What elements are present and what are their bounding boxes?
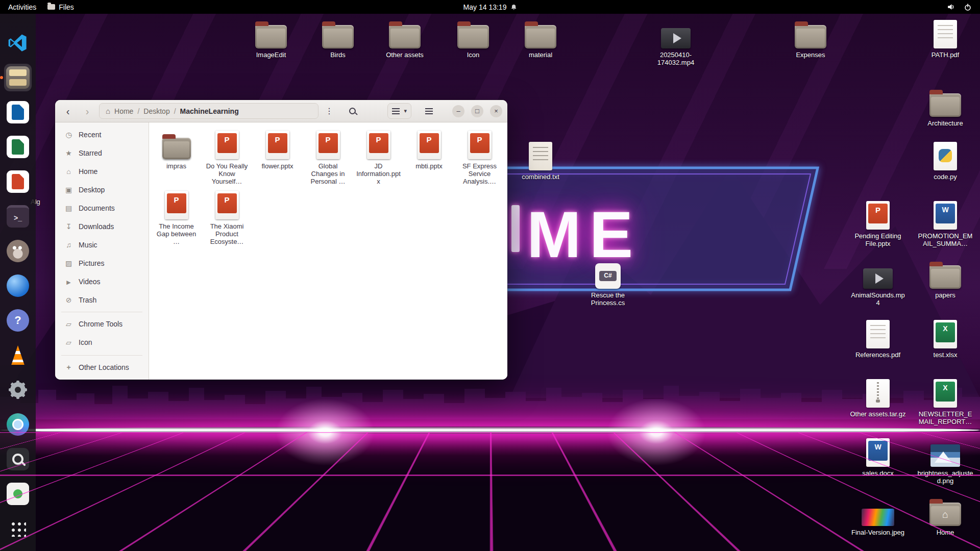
- sidebar-item-chrome-tools[interactable]: Chrome Tools: [58, 315, 145, 333]
- app-menu[interactable]: Files: [47, 3, 74, 11]
- icon-label: test.xlsx: [934, 351, 958, 359]
- dock-item-software-store[interactable]: [4, 480, 32, 508]
- desktop-icon-combined-txt[interactable]: combined.txt: [512, 141, 569, 181]
- file-item-do-you-really-know[interactable]: Do You Really Know Yourself…: [202, 129, 252, 189]
- sidebar-item-videos[interactable]: Videos: [58, 272, 145, 291]
- icon-label: Other assets.tar.gz: [850, 410, 905, 418]
- search-button[interactable]: [345, 104, 360, 119]
- file-label: Global Changes in Personal …: [305, 162, 351, 185]
- desktop-icon-icon-folder[interactable]: Icon: [445, 19, 501, 59]
- desktop-icon-other-assets-targz[interactable]: Other assets.tar.gz: [850, 378, 906, 418]
- sidebar-item-recent[interactable]: Recent: [58, 126, 145, 144]
- sidebar-item-pictures[interactable]: Pictures: [58, 254, 145, 272]
- desktop-icon-code-py[interactable]: code.py: [917, 141, 973, 181]
- forward-button[interactable]: ›: [80, 104, 95, 119]
- desktop-icon-path-pdf[interactable]: PATH.pdf: [917, 19, 973, 59]
- text-file-icon: [529, 142, 552, 170]
- dock-item-gimp[interactable]: [4, 237, 32, 265]
- desktop-icon-newsletter-email[interactable]: NEWSLETTER_EMAIL_REPORT…: [917, 378, 973, 425]
- desktop-icon-imageedit[interactable]: ImageEdit: [243, 19, 299, 59]
- dock-item-chromium[interactable]: [4, 411, 32, 438]
- top-bar: Activities Files May 14 13:19: [0, 0, 980, 14]
- dock-item-help[interactable]: ?: [4, 307, 32, 334]
- sidebar-item-music[interactable]: Music: [58, 236, 145, 254]
- file-item-flower-pptx[interactable]: flower.pptx: [252, 129, 303, 189]
- file-item-jd-information[interactable]: JD Information.pptx: [353, 129, 404, 189]
- system-status-area[interactable]: [947, 3, 980, 11]
- wallpaper-haze: [0, 393, 980, 429]
- desktop-icon-birds[interactable]: Birds: [310, 19, 366, 59]
- file-item-global-changes[interactable]: Global Changes in Personal …: [303, 129, 353, 189]
- desktop-icon-references-pdf[interactable]: References.pdf: [850, 319, 906, 359]
- desktop-icon: [64, 186, 73, 194]
- chromium-icon: [7, 413, 29, 436]
- desktop-icon-sales-docx[interactable]: sales.docx: [850, 437, 906, 477]
- view-toggle-button[interactable]: ▾: [387, 103, 411, 119]
- desktop-icon-test-xlsx[interactable]: test.xlsx: [917, 319, 973, 359]
- sidebar-label: Home: [79, 167, 97, 176]
- desktop-icon-expenses[interactable]: Expenses: [782, 19, 839, 59]
- sidebar-item-other-locations[interactable]: Other Locations: [58, 358, 145, 377]
- path-options-button[interactable]: ⋮: [323, 104, 336, 119]
- pictures-icon: [64, 259, 73, 267]
- sidebar-item-icon[interactable]: Icon: [58, 333, 145, 352]
- desktop-icon-material[interactable]: material: [512, 19, 569, 59]
- breadcrumb-current[interactable]: MachineLearning: [180, 107, 239, 115]
- sidebar-label: Pictures: [79, 259, 105, 267]
- home-icon: [106, 107, 110, 115]
- dock-item-vscode[interactable]: [4, 29, 32, 57]
- globe-icon: [7, 274, 29, 297]
- icon-label: sales.docx: [862, 469, 893, 477]
- dock-item-screenshot-tool[interactable]: [4, 445, 32, 473]
- gimp-icon: [7, 240, 29, 262]
- star-icon: [64, 149, 73, 157]
- file-item-sf-express[interactable]: SF Express Service Analysis.…: [454, 129, 505, 189]
- dock-item-files[interactable]: [4, 64, 32, 91]
- icon-label: Final-Version.jpeg: [851, 529, 904, 536]
- file-item-mbti-pptx[interactable]: mbti.pptx: [404, 129, 454, 189]
- menu-button[interactable]: [421, 103, 437, 119]
- dock-item-libreoffice-calc[interactable]: [4, 133, 32, 161]
- breadcrumb-desktop[interactable]: Desktop: [143, 107, 169, 115]
- dock-item-libreoffice-writer[interactable]: [4, 98, 32, 126]
- dock-item-app-grid[interactable]: [4, 515, 32, 542]
- desktop-icon-video-20250410[interactable]: 20250410-174032.mp4: [648, 19, 704, 66]
- desktop-icon-pending-editing-pptx[interactable]: Pending Editing File.pptx: [850, 200, 906, 247]
- path-bar[interactable]: Home / Desktop / MachineLearning: [99, 103, 318, 119]
- sidebar-item-home[interactable]: Home: [58, 162, 145, 181]
- file-item-xiaomi-ecosystem[interactable]: The Xiaomi Product Ecosyste…: [202, 189, 252, 249]
- sidebar-item-documents[interactable]: Documents: [58, 199, 145, 217]
- desktop-icon-architecture[interactable]: Architecture: [917, 87, 973, 127]
- desktop-icon-papers[interactable]: papers: [917, 259, 973, 299]
- dock-item-libreoffice-impress[interactable]: [4, 168, 32, 195]
- sidebar-item-starred[interactable]: Starred: [58, 144, 145, 162]
- dock-item-terminal[interactable]: >_: [4, 203, 32, 230]
- desktop-icon-home[interactable]: ⌂ Home: [917, 496, 973, 536]
- minimize-button[interactable]: –: [452, 105, 464, 117]
- lens-flare: [600, 394, 713, 470]
- dock-item-settings[interactable]: [4, 376, 32, 404]
- desktop-icon-final-version-jpeg[interactable]: Final-Version.jpeg: [850, 496, 906, 536]
- sidebar-item-trash[interactable]: Trash: [58, 291, 145, 309]
- pptx-icon: [418, 131, 441, 159]
- maximize-button[interactable]: □: [471, 105, 483, 117]
- documents-icon: [64, 204, 73, 212]
- sidebar-bottom: Other Locations: [55, 353, 149, 377]
- file-item-impras[interactable]: impras: [151, 129, 202, 189]
- file-item-income-gap[interactable]: The Income Gap between …: [151, 189, 202, 249]
- desktop-icon-animalsounds[interactable]: AnimalSounds.mp4: [850, 259, 906, 307]
- clock-menu[interactable]: May 14 13:19: [463, 3, 517, 11]
- back-button[interactable]: ‹: [60, 104, 76, 119]
- vscode-icon: [7, 32, 29, 54]
- desktop-icon-other-assets[interactable]: Other assets: [377, 19, 433, 59]
- desktop-icon-rescue-princess-cs[interactable]: Rescue the Princess.cs: [580, 259, 636, 307]
- dock-item-vlc[interactable]: [4, 341, 32, 369]
- desktop-icon-brightness-png[interactable]: brightness_adjusted.png: [917, 437, 973, 485]
- activities-button[interactable]: Activities: [8, 3, 36, 11]
- sidebar-item-downloads[interactable]: Downloads: [58, 217, 145, 236]
- breadcrumb-home[interactable]: Home: [114, 107, 133, 115]
- desktop-icon-promotion-email[interactable]: PROMOTION_EMAIL_SUMMA…: [917, 200, 973, 247]
- sidebar-item-desktop[interactable]: Desktop: [58, 181, 145, 199]
- dock-item-blue-globe-app[interactable]: [4, 272, 32, 299]
- close-button[interactable]: ×: [490, 105, 502, 117]
